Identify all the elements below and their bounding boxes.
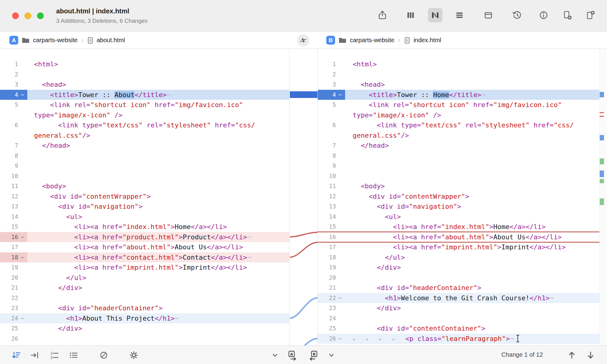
code-line-12[interactable]: 12 <div id="contentWrapper"> (318, 191, 599, 202)
code-line-2[interactable]: 2 (0, 69, 289, 80)
code-line-7[interactable]: 7 </head> (0, 140, 289, 151)
collapse-left-button[interactable] (268, 349, 282, 361)
code-line-20[interactable]: 20 </ul> (0, 273, 289, 283)
code-line-5[interactable]: 5 <link rel="shortcut icon" href="img/fa… (0, 100, 289, 120)
arrow-down-icon (585, 350, 596, 360)
code-line-12[interactable]: 12 <div id="contentWrapper"> (0, 191, 289, 202)
copy-to-b-button[interactable]: B (307, 349, 320, 361)
code-line-8[interactable]: 8 (0, 151, 289, 161)
code-line-13[interactable]: 13 <div id="navigation"> (318, 201, 599, 212)
code-line-15[interactable]: 15 <li><a href="index.html">Home</a></li… (0, 222, 289, 232)
code-line-15[interactable]: 15 <li><a href="index.html">Home</a></li… (318, 222, 599, 232)
change-minimap-scrollbar[interactable] (599, 49, 607, 345)
code-line-16[interactable]: 16− <li><a href="product.html">Product</… (0, 232, 289, 242)
code-line-20[interactable]: 20 (318, 273, 599, 283)
ignore-changes-button[interactable] (97, 349, 110, 361)
next-change-button[interactable] (584, 349, 597, 361)
collapse-right-button[interactable] (325, 349, 338, 361)
code-line-8[interactable]: 8 (318, 151, 599, 161)
code-line-6[interactable]: 6 <link type="text/css" rel="stylesheet"… (318, 120, 599, 140)
code-line-22[interactable]: 22~ <h1>Welcome to the Git Crash Course!… (318, 293, 599, 303)
code-line-5[interactable]: 5 <link rel="shortcut icon" href="img/fa… (318, 100, 599, 120)
code-line-25[interactable]: 25 <div id="contentContainer"> (318, 323, 599, 334)
add-file-a-button[interactable] (560, 8, 575, 22)
folder-b-name[interactable]: carparts-website (350, 37, 395, 44)
changes-list-button[interactable] (10, 349, 23, 361)
code-line-10[interactable]: 10 (0, 171, 289, 181)
code-line-14[interactable]: 14 <ul> (0, 212, 289, 222)
settings-button[interactable] (127, 349, 141, 361)
history-button[interactable] (510, 8, 524, 22)
change-connector-1[interactable] (290, 298, 317, 318)
code-line-16[interactable]: 16 <li><a href="about.html">About Us</a>… (318, 232, 599, 242)
code-line-25[interactable]: 25 </div> (0, 323, 289, 334)
selected-change-band[interactable] (290, 91, 317, 98)
code-line-1[interactable]: 1<html> (0, 59, 289, 69)
code-line-11[interactable]: 11 <body> (0, 181, 289, 191)
compact-list-button[interactable] (67, 349, 80, 361)
swap-files-button[interactable] (297, 34, 309, 46)
code-line-19[interactable]: 19 <li><a href="imprint.html">Imprint</a… (0, 262, 289, 273)
code-line-11[interactable]: 11 <body> (318, 181, 599, 191)
file-b-name[interactable]: index.html (413, 37, 441, 44)
line-numbers-button[interactable]: 1 2 (48, 349, 61, 361)
minimize-window-button[interactable] (25, 12, 31, 19)
deletion-connector-2[interactable] (290, 242, 317, 257)
code-line-10[interactable]: 10 (318, 171, 599, 181)
blocks-layout-button[interactable] (452, 8, 467, 22)
pane-b-index-html[interactable]: 1<html>23 <head>4~ <title>Tower :: Home<… (317, 49, 599, 345)
code-line-24[interactable]: 24~ <h1>About This Project</h1>¬ (0, 313, 289, 324)
code-line-24[interactable]: 24 (318, 313, 599, 324)
file-a-name[interactable]: about.html (97, 37, 125, 44)
code-line-2[interactable]: 2 (318, 69, 599, 80)
deletion-connector-1[interactable] (290, 232, 317, 237)
line-number: 5 (2, 100, 18, 110)
code-line-9[interactable]: 9 (318, 161, 599, 171)
change-connector-2[interactable] (290, 339, 317, 345)
code-line-22[interactable]: 22 (0, 293, 289, 303)
code-line-4[interactable]: 4~ <title>Tower :: About</title>¬ (0, 90, 289, 100)
code-line-1[interactable]: 1<html> (318, 59, 599, 69)
code-line-14[interactable]: 14 <ul> (318, 212, 599, 222)
code-line-3[interactable]: 3 <head> (0, 79, 289, 90)
go-to-change-button[interactable] (28, 349, 42, 361)
code-line-7[interactable]: 7 </head> (318, 140, 599, 151)
line-number: 6 (320, 120, 336, 130)
pane-a-about-html[interactable]: 1<html>23 <head>4~ <title>Tower :: About… (0, 49, 290, 345)
copy-to-a-button[interactable]: A (286, 349, 299, 361)
previous-change-button[interactable] (565, 349, 578, 361)
code-line-4[interactable]: 4~ <title>Tower :: Home</title>¬ (318, 90, 599, 100)
info-icon (538, 10, 549, 21)
code-line-13[interactable]: 13 <div id="navigation"> (0, 201, 289, 212)
code-line-3[interactable]: 3 <head> (318, 79, 599, 90)
bottom-toolbar: 1 2 (0, 345, 607, 364)
code-line-23[interactable]: 23 </div> (318, 303, 599, 313)
code-line-21[interactable]: 21 <div id="headerContainer"> (318, 283, 599, 293)
change-marker (336, 323, 344, 334)
code-line-21[interactable]: 21 </div> (0, 283, 289, 293)
unified-layout-button[interactable] (481, 8, 496, 22)
code-line-9[interactable]: 9 (0, 161, 289, 171)
share-button[interactable] (375, 8, 390, 22)
code-line-19[interactable]: 19 </div> (318, 262, 599, 273)
code-line-6[interactable]: 6 <link type="text/css" rel="stylesheet"… (0, 120, 289, 140)
change-marker: ~ (336, 293, 344, 303)
code-line-17[interactable]: 17 <li><a href="about.html">About Us</a>… (0, 242, 289, 252)
fluid-layout-button[interactable] (428, 8, 443, 22)
close-window-button[interactable] (12, 12, 19, 19)
line-gutter: 1 (318, 59, 345, 69)
code-line-18[interactable]: 18− <li><a href="contact.html">Contact</… (0, 252, 289, 263)
code-line-26[interactable]: 26~▸ ▸ ▸ ▸ <p class="learnParagraph">¬ (318, 334, 599, 344)
columns-layout-button[interactable] (403, 8, 418, 22)
zoom-window-button[interactable] (37, 12, 44, 19)
code-line-23[interactable]: 23 <div id="headerContainer"> (0, 303, 289, 313)
code-line-17[interactable]: 17 <li><a href="imprint.html">Imprint</a… (318, 242, 599, 252)
code-text: </div> (345, 262, 599, 273)
add-file-b-button[interactable] (583, 8, 598, 22)
code-line-18[interactable]: 18 </ul> (318, 252, 599, 263)
change-marker (18, 69, 27, 80)
code-line-26[interactable]: 26 (0, 334, 289, 344)
change-marker (336, 151, 344, 161)
info-button[interactable] (536, 8, 551, 22)
folder-a-name[interactable]: carparts-website (33, 37, 78, 44)
